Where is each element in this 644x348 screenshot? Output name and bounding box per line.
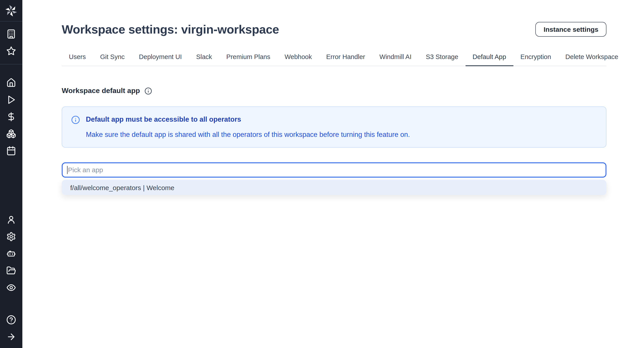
sidebar-item-settings[interactable] bbox=[0, 228, 22, 245]
tab-delete-workspace[interactable]: Delete Workspace bbox=[558, 51, 625, 66]
tab-encryption[interactable]: Encryption bbox=[513, 51, 558, 66]
sidebar-secondary-group bbox=[0, 211, 22, 296]
sidebar-item-help[interactable] bbox=[0, 311, 22, 328]
sidebar-item-users[interactable] bbox=[0, 211, 22, 228]
sidebar-item-audit-logs[interactable] bbox=[0, 279, 22, 296]
info-icon bbox=[71, 116, 80, 124]
tab-webhook[interactable]: Webhook bbox=[278, 51, 319, 66]
tab-slack[interactable]: Slack bbox=[189, 51, 219, 66]
robot-icon bbox=[6, 249, 16, 258]
page-header: Workspace settings: virgin-workspace Ins… bbox=[62, 22, 606, 38]
sidebar-workspace-group bbox=[0, 22, 22, 64]
sidebar-item-favorites[interactable] bbox=[0, 42, 22, 60]
windmill-logo[interactable] bbox=[0, 0, 22, 22]
boxes-icon bbox=[6, 129, 16, 139]
star-icon bbox=[6, 46, 16, 56]
main-content: Workspace settings: virgin-workspace Ins… bbox=[22, 0, 644, 348]
settings-tab-bar: Users Git Sync Deployment UI Slack Premi… bbox=[62, 51, 606, 66]
arrow-right-icon bbox=[6, 332, 16, 342]
sidebar-item-schedules[interactable] bbox=[0, 142, 22, 159]
play-icon bbox=[6, 95, 16, 105]
sidebar-item-folders[interactable] bbox=[0, 262, 22, 279]
sidebar-item-workspace[interactable] bbox=[0, 26, 22, 42]
help-circle-icon bbox=[6, 315, 16, 325]
section-title: Workspace default app bbox=[62, 87, 140, 95]
page-title: Workspace settings: virgin-workspace bbox=[62, 22, 279, 38]
eye-icon bbox=[6, 283, 16, 292]
tab-s3-storage[interactable]: S3 Storage bbox=[418, 51, 465, 66]
tab-windmill-ai[interactable]: Windmill AI bbox=[372, 51, 418, 66]
user-icon bbox=[6, 215, 16, 224]
sidebar-item-resources[interactable] bbox=[0, 125, 22, 142]
instance-settings-button[interactable]: Instance settings bbox=[536, 22, 606, 37]
alert-description: Make sure the default app is shared with… bbox=[86, 130, 410, 139]
dollar-icon bbox=[6, 112, 16, 122]
sidebar-spacer bbox=[0, 159, 22, 211]
tab-git-sync[interactable]: Git Sync bbox=[93, 51, 132, 66]
sidebar-item-billing[interactable] bbox=[0, 108, 22, 125]
sidebar-item-runs[interactable] bbox=[0, 91, 22, 108]
building-icon bbox=[6, 29, 16, 39]
app-option-welcome-operators[interactable]: f/all/welcome_operators | Welcome bbox=[62, 180, 606, 195]
tab-users[interactable]: Users bbox=[62, 51, 93, 66]
app-window: Workspace settings: virgin-workspace Ins… bbox=[0, 0, 644, 348]
sidebar-footer-group bbox=[0, 296, 22, 348]
text-caret bbox=[67, 166, 68, 174]
sidebar-primary-group bbox=[0, 64, 22, 159]
sidebar-collapse-toggle[interactable] bbox=[0, 328, 22, 345]
alert-title: Default app must be accessible to all op… bbox=[86, 115, 410, 124]
gear-icon bbox=[6, 232, 16, 242]
tab-deployment-ui[interactable]: Deployment UI bbox=[132, 51, 189, 66]
alert-body: Default app must be accessible to all op… bbox=[86, 115, 410, 139]
app-picker-placeholder: Pick an app bbox=[68, 166, 103, 174]
folder-open-icon bbox=[6, 266, 16, 276]
windmill-pinwheel-icon bbox=[5, 4, 18, 17]
section-heading-row: Workspace default app bbox=[62, 87, 606, 95]
calendar-icon bbox=[6, 146, 16, 156]
info-icon[interactable] bbox=[144, 87, 152, 94]
sidebar-item-workers[interactable] bbox=[0, 245, 22, 262]
home-icon bbox=[6, 78, 16, 88]
tab-premium-plans[interactable]: Premium Plans bbox=[219, 51, 278, 66]
app-picker-input[interactable]: Pick an app bbox=[62, 162, 606, 178]
tab-default-app[interactable]: Default App bbox=[465, 51, 513, 66]
app-picker-dropdown: f/all/welcome_operators | Welcome bbox=[62, 180, 606, 195]
sidebar bbox=[0, 0, 22, 348]
info-alert: Default app must be accessible to all op… bbox=[62, 106, 606, 148]
sidebar-item-home[interactable] bbox=[0, 74, 22, 91]
tab-error-handler[interactable]: Error Handler bbox=[319, 51, 372, 66]
